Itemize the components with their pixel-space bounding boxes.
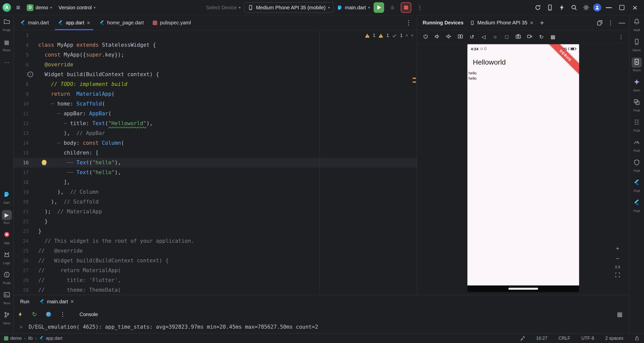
- run-tab-main-dart[interactable]: main.dart ×: [39, 299, 74, 305]
- more-vertical-button[interactable]: ⋮: [617, 32, 626, 41]
- code-line-17[interactable]: 17 ── Text("hello"),: [14, 168, 417, 177]
- tool-window-button-flutt[interactable]: Flutt: [632, 158, 642, 173]
- version-control-menu[interactable]: Version control ▾: [56, 3, 98, 12]
- caret-position[interactable]: 16:27: [536, 336, 547, 341]
- override-marker-icon[interactable]: ↑: [28, 72, 33, 77]
- volume-button[interactable]: [433, 32, 442, 41]
- stop-button[interactable]: [401, 2, 411, 13]
- code-line-7[interactable]: 7↑ Widget build(BuildContext context) {: [14, 70, 417, 79]
- tool-window-button-flutt[interactable]: Flutt: [632, 198, 642, 213]
- profiler-button[interactable]: [557, 3, 567, 13]
- code-line-14[interactable]: 14 ─ body: const Column(: [14, 138, 417, 148]
- console-layout-icon[interactable]: ▦: [617, 311, 623, 318]
- scrollbar-warning-mark[interactable]: [413, 78, 416, 79]
- code-line-18[interactable]: 18 ],: [14, 177, 417, 187]
- emulator-screen[interactable]: 4:24 3G ▴▾ Helloworld hell: [467, 44, 579, 292]
- debug-button[interactable]: [388, 3, 397, 12]
- code-line-11[interactable]: 11 ─ appBar: AppBar(: [14, 109, 417, 119]
- scrollbar-warning-mark[interactable]: [413, 81, 416, 83]
- code-line-29[interactable]: 29// theme: ThemeData(: [14, 285, 417, 295]
- phone-navigation-bar[interactable]: [467, 285, 579, 292]
- code-line-28[interactable]: 28// title: 'Flutter',: [14, 275, 417, 285]
- tool-window-button-notif[interactable]: Notif: [632, 17, 642, 32]
- editor-content[interactable]: 34class MyApp extends StatelessWidget {5…: [14, 30, 417, 295]
- code-line-24[interactable]: 24 // This widget is the root of your ap…: [14, 236, 417, 246]
- window-layout-icon[interactable]: [597, 20, 602, 26]
- zoom-out-button[interactable]: −: [614, 255, 622, 263]
- code-line-8[interactable]: 8 // TODO: implement build: [14, 79, 417, 89]
- tool-window-button-logc[interactable]: Logc: [2, 250, 12, 265]
- search-everywhere-button[interactable]: [569, 3, 579, 13]
- breadcrumb-file[interactable]: app.dart: [39, 336, 62, 341]
- close-tab-icon[interactable]: ×: [70, 300, 74, 303]
- code-line-22[interactable]: 22 }: [14, 217, 417, 226]
- tool-window-button-term[interactable]: Term: [2, 290, 12, 305]
- previous-problem-button[interactable]: ˄: [406, 33, 408, 38]
- snap-button[interactable]: ▦: [548, 32, 557, 41]
- tool-window-button-flutt[interactable]: Flutt: [632, 138, 642, 153]
- code-line-26[interactable]: 26// Widget build(BuildContext context) …: [14, 256, 417, 266]
- restart-button[interactable]: ↻: [537, 32, 546, 41]
- code-line-16[interactable]: 16 ── Text("hello"),: [14, 158, 417, 168]
- run-button[interactable]: [374, 2, 384, 13]
- tool-window-button-probl[interactable]: Probl: [2, 270, 12, 285]
- tab-app-dart[interactable]: app.dart ×: [53, 15, 95, 30]
- code-line-13[interactable]: 13 ), // AppBar: [14, 128, 417, 138]
- code-line-25[interactable]: 25// @override: [14, 246, 417, 256]
- panel-more-button[interactable]: ⋮: [608, 19, 614, 26]
- maximize-button[interactable]: [616, 2, 627, 13]
- code-line-20[interactable]: 20 ), // Scaffold: [14, 197, 417, 207]
- indent-setting[interactable]: 2 spaces: [605, 336, 623, 341]
- zoom-ratio-button[interactable]: 1:1: [615, 265, 620, 269]
- device-selector[interactable]: Medium Phone API 35 (mobile) ▾: [244, 2, 334, 13]
- settings-button[interactable]: [581, 3, 591, 13]
- tab-pubspec-yaml[interactable]: pubspec.yaml: [148, 15, 195, 30]
- tool-window-button-app[interactable]: App: [2, 230, 12, 245]
- code-line-12[interactable]: 12 ─ title: Text("Helloworld"),: [14, 119, 417, 128]
- code-line-9[interactable]: 9 return MaterialApp(: [14, 89, 417, 99]
- code-line-15[interactable]: 15 children: [: [14, 148, 417, 158]
- record-button[interactable]: [525, 32, 534, 41]
- lock-icon[interactable]: [634, 336, 639, 341]
- lightbulb-icon[interactable]: [42, 160, 47, 165]
- code-line-3[interactable]: 3: [14, 30, 417, 40]
- display-mode-button[interactable]: ↺: [467, 32, 476, 41]
- minimize-button[interactable]: [603, 2, 614, 13]
- breadcrumb-project[interactable]: demo: [4, 336, 22, 341]
- tool-window-button-reso[interactable]: ▦Reso: [2, 37, 12, 52]
- breadcrumb-lib[interactable]: lib: [28, 336, 33, 341]
- tool-window-button-run[interactable]: ▶Run: [2, 210, 12, 225]
- select-device-dropdown[interactable]: Select Device ▾: [206, 5, 240, 11]
- tool-window-button-runn[interactable]: Runn: [632, 58, 642, 72]
- code-line-21[interactable]: 21 ); // MaterialApp: [14, 207, 417, 217]
- screenshot-button[interactable]: [514, 32, 523, 41]
- hide-panel-button[interactable]: —: [619, 19, 625, 27]
- zoom-in-button[interactable]: +: [614, 244, 622, 253]
- tool-window-button-versi[interactable]: Versi: [2, 311, 12, 325]
- zoom-fit-button[interactable]: [614, 271, 622, 279]
- code-line-4[interactable]: 4class MyApp extends StatelessWidget {: [14, 40, 417, 50]
- tab-home-page-dart[interactable]: home_page.dart: [95, 15, 148, 30]
- code-line-5[interactable]: 5 const MyApp({super.key});: [14, 50, 417, 60]
- project-selector[interactable]: D demo ▾: [24, 3, 54, 13]
- user-avatar[interactable]: [593, 4, 601, 12]
- console-tab[interactable]: Console: [79, 312, 98, 317]
- code-line-27[interactable]: 27// return MaterialApp(: [14, 266, 417, 275]
- run-more-button[interactable]: ⋮: [415, 3, 425, 13]
- tool-window-button-proje[interactable]: Proje: [2, 17, 12, 32]
- back-button[interactable]: ◁: [479, 32, 488, 41]
- main-menu-button[interactable]: ≡: [14, 4, 23, 12]
- run-config-dropdown[interactable]: main.dart ▾: [337, 5, 370, 11]
- file-encoding[interactable]: UTF-8: [581, 336, 594, 341]
- editor-tabs-more-button[interactable]: ⋮: [400, 19, 417, 27]
- tool-window-button-flutt[interactable]: Flutt: [632, 98, 642, 112]
- fold-button[interactable]: [456, 32, 465, 41]
- add-device-tab-button[interactable]: +: [540, 19, 544, 27]
- tool-window-button-dart[interactable]: Dart: [2, 190, 12, 205]
- tool-window-button-flutt[interactable]: Flutt: [632, 178, 642, 193]
- power-button[interactable]: [421, 32, 430, 41]
- tool-window-button-gem[interactable]: Gem: [632, 78, 642, 92]
- tab-main-dart[interactable]: main.dart: [16, 15, 53, 30]
- mute-button[interactable]: [444, 32, 453, 41]
- hot-reload-button[interactable]: [17, 311, 24, 318]
